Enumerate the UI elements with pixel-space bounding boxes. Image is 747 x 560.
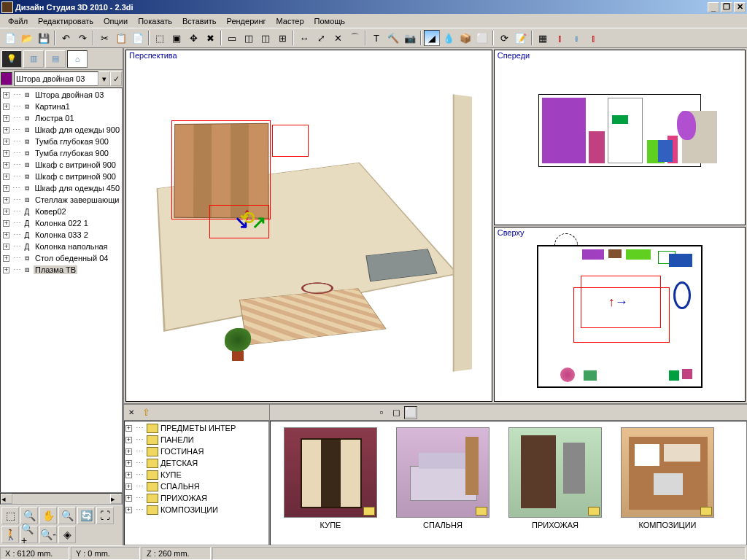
expand-icon[interactable]: +: [3, 197, 9, 203]
tool-grid[interactable]: ▦: [535, 30, 551, 46]
tool-isometric[interactable]: ◈: [58, 526, 76, 543]
dropdown-button[interactable]: ▾: [98, 71, 110, 86]
tree-item[interactable]: +⋯⧈Штора двойная 03: [1, 89, 121, 101]
expand-icon[interactable]: +: [125, 472, 132, 478]
tool-copy[interactable]: 📋: [113, 30, 129, 46]
gallery-tree-item[interactable]: +⋯ПРИХОЖАЯ: [125, 492, 268, 504]
tree-item[interactable]: +⋯⧈Люстра 01: [1, 112, 121, 124]
tool-build[interactable]: 🔨: [385, 30, 401, 46]
tool-view-four[interactable]: ⊞: [274, 30, 290, 46]
tool-delete[interactable]: ✖: [202, 30, 218, 46]
menu-insert[interactable]: Вставить: [177, 15, 222, 27]
tool-snap-h[interactable]: ⫾: [568, 30, 584, 46]
close-button[interactable]: ✕: [734, 2, 746, 12]
tool-undo[interactable]: ↶: [58, 30, 74, 46]
tool-text[interactable]: T: [368, 30, 384, 46]
thumb-size-s[interactable]: ▫: [375, 406, 388, 419]
gallery-thumb[interactable]: КОМПОЗИЦИИ: [621, 427, 714, 539]
tree-item[interactable]: +⋯⧈Стол обеденный 04: [1, 252, 121, 264]
expand-icon[interactable]: +: [125, 483, 132, 490]
tool-dimension[interactable]: ↔: [296, 30, 312, 46]
expand-icon[interactable]: +: [3, 115, 9, 122]
tool-new[interactable]: 📄: [2, 30, 18, 46]
menu-show[interactable]: Показать: [133, 15, 177, 27]
tool-zoom-region[interactable]: 🔍: [20, 507, 38, 524]
tool-paste[interactable]: 📄: [130, 30, 146, 46]
tool-sheet[interactable]: ⬜: [474, 30, 490, 46]
tree-item[interactable]: +⋯⧈Тумба глубокая 900: [1, 147, 121, 159]
expand-icon[interactable]: +: [3, 244, 9, 250]
thumb-size-l[interactable]: ⬜: [404, 406, 417, 419]
tree-item[interactable]: +⋯⧈Тумба глубокая 900: [1, 136, 121, 147]
gallery-tree-item[interactable]: +⋯ПАНЕЛИ: [125, 434, 268, 446]
expand-icon[interactable]: +: [3, 185, 9, 192]
viewport-top[interactable]: Сверху ↑→: [494, 227, 746, 402]
tool-view-single[interactable]: ▭: [224, 30, 240, 46]
gallery-tree[interactable]: +⋯ПРЕДМЕТЫ ИНТЕР+⋯ПАНЕЛИ+⋯ГОСТИНАЯ+⋯ДЕТС…: [124, 421, 269, 545]
tool-assign[interactable]: ⟳: [496, 30, 512, 46]
tool-light[interactable]: 💧: [441, 30, 457, 46]
gallery-thumb[interactable]: ПРИХОЖАЯ: [508, 427, 602, 539]
gallery-tree-item[interactable]: +⋯ДЕТСКАЯ: [125, 457, 268, 469]
expand-icon[interactable]: +: [3, 232, 9, 238]
panel-tab-furniture[interactable]: ⌂: [67, 50, 88, 68]
expand-icon[interactable]: +: [125, 507, 132, 513]
tree-item[interactable]: +⋯⧈Шкаф с витриной 900: [1, 159, 121, 171]
tool-box[interactable]: 📦: [457, 30, 473, 46]
tool-pan[interactable]: ✋: [39, 507, 57, 524]
tool-zoom-out[interactable]: 🔍-: [39, 526, 57, 543]
menu-help[interactable]: Помощь: [309, 15, 351, 27]
expand-icon[interactable]: +: [3, 92, 9, 98]
expand-icon[interactable]: +: [3, 174, 9, 180]
tool-select-rect[interactable]: ⬚: [1, 507, 19, 524]
scroll-right-button[interactable]: ▸: [110, 494, 122, 504]
maximize-button[interactable]: ❐: [721, 2, 732, 12]
expand-icon[interactable]: +: [3, 139, 9, 145]
gallery-tree-item[interactable]: +⋯КУПЕ: [125, 469, 268, 481]
tree-item[interactable]: +⋯ДКовер02: [1, 206, 121, 217]
gallery-thumb[interactable]: КУПЕ: [284, 427, 377, 539]
gallery-close-button[interactable]: ✕: [125, 407, 137, 419]
tool-walk[interactable]: 🚶: [1, 526, 19, 543]
viewport-front[interactable]: Спереди: [494, 50, 746, 225]
gallery-tree-item[interactable]: +⋯ГОСТИНАЯ: [125, 446, 268, 457]
expand-icon[interactable]: +: [3, 209, 9, 215]
tool-view-three[interactable]: ◫: [258, 30, 274, 46]
expand-icon[interactable]: +: [3, 127, 9, 133]
expand-icon[interactable]: +: [3, 255, 9, 262]
tool-doc[interactable]: 📝: [513, 30, 529, 46]
expand-icon[interactable]: +: [125, 495, 132, 502]
expand-icon[interactable]: +: [3, 104, 9, 110]
tool-snap-off[interactable]: ⫿: [585, 30, 601, 46]
tree-item[interactable]: +⋯⧈Шкаф для одежды 900: [1, 124, 121, 136]
panel-tab-light[interactable]: 💡: [1, 50, 22, 68]
expand-icon[interactable]: +: [125, 425, 132, 432]
minimize-button[interactable]: _: [708, 2, 719, 12]
object-tree[interactable]: +⋯⧈Штора двойная 03+⋯⧈Картина1+⋯⧈Люстра …: [0, 88, 123, 493]
tool-save[interactable]: 💾: [36, 30, 52, 46]
menu-options[interactable]: Опции: [98, 15, 133, 27]
object-selector-field[interactable]: Штора двойная 03: [14, 71, 98, 86]
tool-orbit[interactable]: 🔄: [77, 507, 95, 524]
gallery-tree-item[interactable]: +⋯ПРЕДМЕТЫ ИНТЕР: [125, 422, 268, 434]
panel-tab-wall1[interactable]: ▥: [23, 50, 44, 68]
tool-view-two[interactable]: ◫: [241, 30, 257, 46]
menu-edit[interactable]: Редактировать: [33, 15, 98, 27]
expand-icon[interactable]: +: [3, 150, 9, 157]
menu-render[interactable]: Рендеринг: [222, 15, 271, 27]
panel-tab-wall2[interactable]: ▤: [45, 50, 66, 68]
tool-redo[interactable]: ↷: [74, 30, 90, 46]
expand-icon[interactable]: +: [125, 448, 132, 455]
tree-item[interactable]: +⋯ДКолонка напольная: [1, 241, 121, 252]
tool-bounds[interactable]: ⬚: [152, 30, 168, 46]
viewport-perspective[interactable]: Перспектива ↑ ↗ ↘ ⟲: [125, 50, 492, 402]
tree-item[interactable]: +⋯⧈Плазма ТВ: [1, 264, 121, 276]
tool-fit[interactable]: ⛶: [96, 507, 114, 524]
gallery-up-button[interactable]: ⇧: [139, 406, 153, 419]
tree-item[interactable]: +⋯ДКолонка 022 1: [1, 217, 121, 229]
tool-open[interactable]: 📂: [19, 30, 35, 46]
tree-item[interactable]: +⋯⧈Шкаф для одежды 450: [1, 182, 121, 194]
tree-scrollbar[interactable]: ◂ ▸: [0, 493, 123, 505]
expand-icon[interactable]: +: [125, 437, 132, 443]
tool-measure[interactable]: ⤢: [313, 30, 329, 46]
